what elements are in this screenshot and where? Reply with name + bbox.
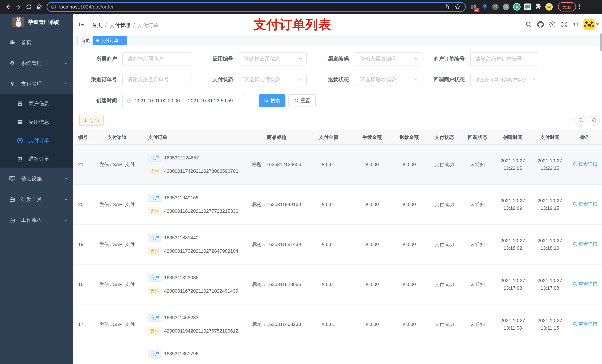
pay-order-cell: 商户1635311881440 支付4200001173202110272847… xyxy=(142,234,249,255)
tab-home[interactable]: 首页 xyxy=(77,36,94,45)
reset-button[interactable]: 重置 xyxy=(288,94,316,107)
bookmark-star-icon[interactable] xyxy=(455,4,461,10)
sidebar-item-workflow[interactable]: 工作流程 xyxy=(0,210,73,230)
sidebar-item-pay-order[interactable]: ¥ 支付订单 xyxy=(0,131,73,150)
search-icon xyxy=(579,118,583,123)
close-icon[interactable]: × xyxy=(121,38,123,43)
fullscreen-icon[interactable] xyxy=(558,14,570,35)
sidebar-item-home[interactable]: 首页 xyxy=(0,32,73,53)
y-extension-icon[interactable]: y xyxy=(513,3,521,10)
breadcrumb-item-current: 支付订单 xyxy=(138,22,159,29)
github-icon[interactable] xyxy=(535,14,547,35)
browser-menu-icon[interactable] xyxy=(579,4,580,9)
sidebar-item-system[interactable]: 系统管理 xyxy=(0,53,73,74)
view-detail-link[interactable]: 查看详情 xyxy=(573,321,598,327)
pay-channel-cell: 微信 JSAPI 支付 xyxy=(92,161,142,168)
action-cell: 查看详情 xyxy=(568,321,602,328)
font-size-icon[interactable]: TT xyxy=(570,14,582,35)
gear-icon xyxy=(8,60,17,66)
svg-text:y: y xyxy=(516,5,518,9)
view-detail-link[interactable]: 查看详情 xyxy=(573,241,598,248)
magnifier-icon xyxy=(573,202,577,207)
breadcrumb-item[interactable]: 支付管理 xyxy=(110,22,130,29)
table-row[interactable]: 18 微信 JSAPI 支付 商户1635311823086 支付4200001… xyxy=(73,264,602,304)
export-button[interactable]: 导出 xyxy=(79,115,104,126)
refresh-button[interactable] xyxy=(589,115,600,126)
reload-icon[interactable] xyxy=(24,2,34,12)
notify-cell: 未通知 xyxy=(461,161,494,168)
url-bar[interactable]: localhost:1024/pay/order xyxy=(47,2,466,12)
caret-down-icon[interactable] xyxy=(596,23,599,25)
view-detail-link[interactable]: 查看详情 xyxy=(573,201,598,208)
pay-tag: 支付 xyxy=(148,287,161,295)
refund-cell: ¥ 0.00 xyxy=(391,162,428,167)
share-icon[interactable] xyxy=(444,4,450,10)
menu-fold-icon[interactable] xyxy=(78,21,85,29)
channel-code-select[interactable]: 请输入渠道编码 xyxy=(355,52,422,65)
refund-cell: ¥ 0.00 xyxy=(391,241,428,247)
page-scrollbar[interactable] xyxy=(600,33,602,51)
search-icon[interactable] xyxy=(523,14,535,35)
sidebar-item-merchant-info[interactable]: 商户信息 xyxy=(0,94,73,113)
pay-channel-cell: 微信 JSAPI 支付 xyxy=(92,321,142,328)
help-icon[interactable] xyxy=(547,14,558,35)
site-info-icon[interactable] xyxy=(51,4,56,10)
sidebar-menu: 首页 系统管理 ¥ 支付管理 xyxy=(0,32,73,230)
emoji-extension-icon[interactable] xyxy=(545,3,553,10)
puzzle-extension-icon[interactable] xyxy=(535,3,542,10)
notify-cell: 未通知 xyxy=(461,281,494,288)
paid-cell: 2021-10-2713:19:15 xyxy=(531,197,568,212)
sidebar-item-infra[interactable]: 基础设施 xyxy=(0,168,73,189)
merchant-order-no-input[interactable] xyxy=(470,52,538,65)
back-icon[interactable] xyxy=(3,2,13,12)
sidebar-item-label: 研发工具 xyxy=(21,196,42,203)
merchant-tag: 商户 xyxy=(148,313,161,322)
sidebar-item-pay[interactable]: ¥ 支付管理 xyxy=(0,74,73,94)
search-button[interactable]: 搜索 xyxy=(259,94,285,107)
action-cell: 查看详情 xyxy=(568,241,602,248)
home-icon[interactable] xyxy=(34,2,44,12)
table-row-partial[interactable]: 商户1635311351796 xyxy=(73,344,602,364)
tab-pay-order[interactable]: 支付订单 × xyxy=(93,36,127,45)
search-icon xyxy=(264,98,269,103)
filter-label: 所属商户 xyxy=(78,52,117,65)
filter-label: 创建时间 xyxy=(78,94,117,107)
created-cell: 2021-10-2713:17:03 xyxy=(494,277,531,292)
refresh-icon xyxy=(592,118,597,123)
sidebar-item-refund-order[interactable]: 退款订单 xyxy=(0,150,73,168)
amount-cell: ¥ 0.01 xyxy=(304,162,354,167)
filter-label: 支付状态 xyxy=(196,73,233,86)
chat-extension-icon[interactable] xyxy=(524,3,531,10)
forward-icon[interactable] xyxy=(13,2,24,12)
breadcrumb-item[interactable]: 首页 xyxy=(92,22,102,29)
avatar[interactable] xyxy=(583,19,595,30)
sidebar-item-app-info[interactable]: 应用信息 xyxy=(0,113,73,131)
pay-submenu: 商户信息 应用信息 ¥ 支付订单 xyxy=(0,94,73,168)
browser-update-button[interactable]: 更新 xyxy=(558,2,576,11)
table-row[interactable]: 17 微信 JSAPI 支付 商户1635311468233 支付4200001… xyxy=(73,304,602,344)
app-select[interactable]: 请选择应用信息 xyxy=(239,52,307,65)
notify-status-select[interactable]: 请选择订单回调商户状态 xyxy=(470,73,538,86)
diamond-extension-icon[interactable]: 10 xyxy=(470,3,478,10)
kite-extension-icon[interactable] xyxy=(481,3,488,10)
sidebar-item-devtools[interactable]: 研发工具 xyxy=(0,189,73,210)
date-range-input[interactable]: 2021-10-01 00:00:00 - 2021-10-31 23:59:5… xyxy=(122,94,244,107)
refund-cell: ¥ 0.00 xyxy=(391,322,428,327)
view-detail-link[interactable]: 查看详情 xyxy=(573,281,598,287)
pay-tag: 支付 xyxy=(148,207,161,215)
search-toggle-button[interactable] xyxy=(575,115,586,126)
refund-doc-icon xyxy=(16,156,24,162)
table-row[interactable]: 21 微信 JSAPI 支付 商户1635312124657 支付4200001… xyxy=(73,145,602,185)
paid-cell: 2021-10-2713:22:15 xyxy=(531,157,568,172)
record-dot-extension-icon[interactable] xyxy=(502,3,510,10)
view-detail-link[interactable]: 查看详情 xyxy=(573,161,598,167)
pay-status-select[interactable]: 请选择支付状态 xyxy=(239,73,307,86)
channel-order-no-input[interactable] xyxy=(122,73,191,86)
chevron-down-icon xyxy=(64,177,68,180)
refund-status-select[interactable]: 请选择退款状态 xyxy=(355,73,422,86)
table-row[interactable]: 20 微信 JSAPI 支付 商户1635311949168 支付4200001… xyxy=(73,185,602,225)
logo-row[interactable]: 芋道管理系统 xyxy=(0,14,73,31)
command-extension-icon[interactable]: ⌘ xyxy=(492,3,499,10)
merchant-select-input[interactable] xyxy=(122,52,191,65)
table-row[interactable]: 19 微信 JSAPI 支付 商户1635311881440 支付4200001… xyxy=(73,225,602,264)
